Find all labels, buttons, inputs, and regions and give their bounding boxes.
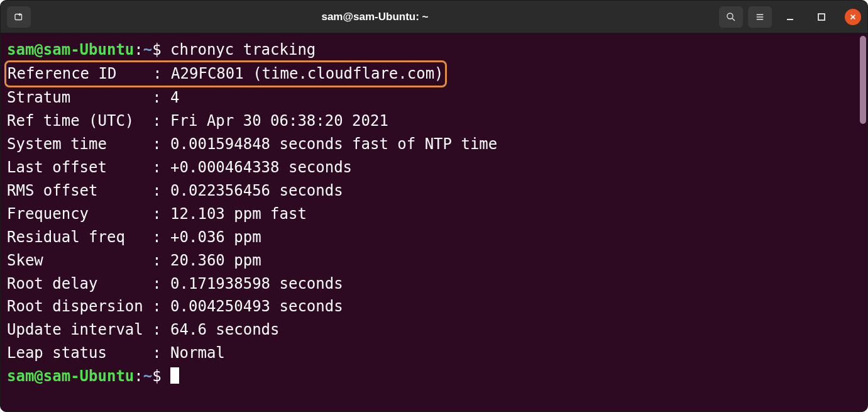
maximize-button[interactable]: [813, 9, 830, 25]
prompt-cwd: ~: [143, 367, 152, 385]
output-row: Stratum : 4: [7, 86, 861, 109]
command-text: chronyc tracking: [170, 41, 316, 58]
svg-line-4: [732, 18, 735, 21]
prompt-user-host: sam@sam-Ubuntu: [7, 367, 134, 385]
command-line: sam@sam-Ubuntu:~$ chronyc tracking: [7, 38, 861, 62]
scrollbar-thumb[interactable]: [860, 36, 866, 124]
prompt-line: sam@sam-Ubuntu:~$: [7, 365, 861, 388]
prompt-colon: :: [134, 367, 143, 385]
prompt-user-host: sam@sam-Ubuntu: [7, 41, 134, 58]
minimize-button[interactable]: [782, 9, 798, 25]
cursor: [170, 367, 179, 384]
output-row: Leap status : Normal: [7, 342, 861, 365]
window-title: sam@sam-Ubuntu: ~: [36, 11, 714, 23]
output-row: Update interval : 64.6 seconds: [7, 318, 861, 342]
titlebar: sam@sam-Ubuntu: ~: [1, 1, 867, 33]
search-button[interactable]: [719, 6, 743, 28]
output-row: Root dispersion : 0.004250493 seconds: [7, 295, 861, 318]
svg-point-3: [727, 13, 733, 19]
prompt-symbol: $: [152, 367, 170, 385]
output-row: Ref time (UTC) : Fri Apr 30 06:38:20 202…: [7, 109, 861, 133]
output-row: System time : 0.001594848 seconds fast o…: [7, 133, 861, 156]
output-row: Last offset : +0.000464338 seconds: [7, 156, 861, 179]
terminal-window: sam@sam-Ubuntu: ~ sam@sam-Ubuntu:~$ chro…: [0, 0, 868, 412]
output-row: Skew : 20.360 ppm: [7, 249, 861, 272]
prompt-colon: :: [134, 41, 143, 58]
output-row: Root delay : 0.171938598 seconds: [7, 272, 861, 296]
window-right-controls: [719, 6, 861, 28]
prompt-symbol: $: [152, 41, 170, 58]
output-row: RMS offset : 0.022356456 seconds: [7, 179, 861, 203]
close-button[interactable]: [845, 9, 861, 25]
new-tab-button[interactable]: [7, 6, 31, 28]
output-row: Residual freq : +0.036 ppm: [7, 226, 861, 249]
hamburger-menu-button[interactable]: [748, 6, 772, 28]
svg-rect-9: [818, 14, 825, 20]
terminal-body[interactable]: sam@sam-Ubuntu:~$ chronyc trackingRefere…: [1, 33, 867, 394]
highlighted-output: Reference ID : A29FC801 (time.cloudflare…: [4, 60, 447, 87]
output-row: Frequency : 12.103 ppm fast: [7, 203, 861, 226]
prompt-cwd: ~: [143, 41, 152, 58]
output-row: Reference ID : A29FC801 (time.cloudflare…: [7, 62, 861, 86]
